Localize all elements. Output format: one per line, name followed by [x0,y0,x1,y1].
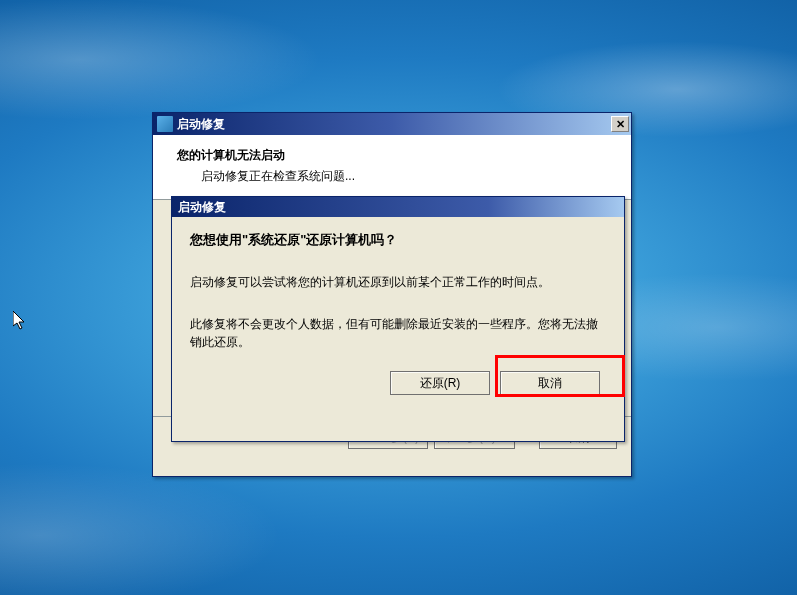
dialog-question: 您想使用"系统还原"还原计算机吗？ [190,231,606,249]
header-title: 您的计算机无法启动 [177,147,607,164]
dialog-title: 启动修复 [178,199,226,216]
dialog-cancel-button[interactable]: 取消 [500,371,600,395]
close-icon[interactable]: ✕ [611,116,629,132]
dialog-paragraph-2: 此修复将不会更改个人数据，但有可能删除最近安装的一些程序。您将无法撤销此还原。 [190,315,606,351]
cursor-icon [13,311,27,331]
header-area: 您的计算机无法启动 启动修复正在检查系统问题... [153,135,631,200]
restore-button[interactable]: 还原(R) [390,371,490,395]
window-title: 启动修复 [177,116,611,133]
header-subtext: 启动修复正在检查系统问题... [201,168,607,185]
titlebar[interactable]: 启动修复 ✕ [153,113,631,135]
dialog-body: 您想使用"系统还原"还原计算机吗？ 启动修复可以尝试将您的计算机还原到以前某个正… [172,217,624,409]
dialog-paragraph-1: 启动修复可以尝试将您的计算机还原到以前某个正常工作的时间点。 [190,273,606,291]
app-icon [157,116,173,132]
system-restore-dialog: 启动修复 您想使用"系统还原"还原计算机吗？ 启动修复可以尝试将您的计算机还原到… [171,196,625,442]
dialog-titlebar[interactable]: 启动修复 [172,197,624,217]
dialog-button-row: 还原(R) 取消 [190,371,606,395]
